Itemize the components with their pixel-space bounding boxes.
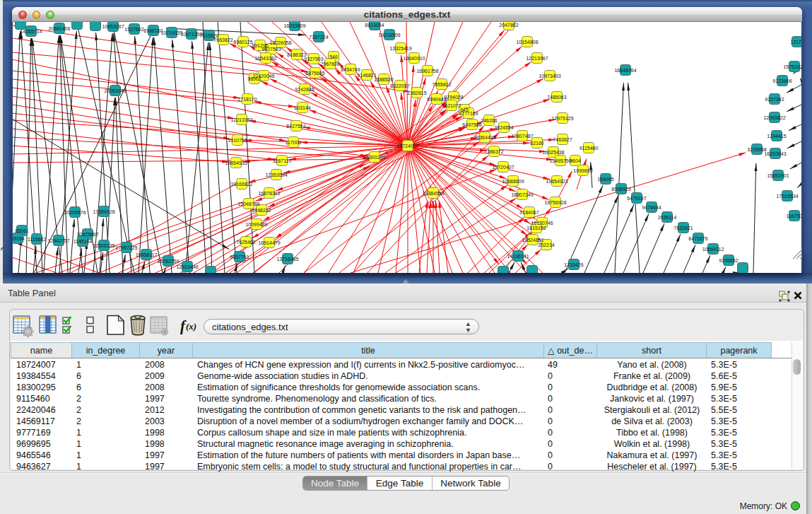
svg-text:12923446: 12923446 bbox=[176, 264, 198, 269]
svg-text:164095: 164095 bbox=[597, 177, 613, 182]
svg-text:2935114: 2935114 bbox=[658, 215, 677, 220]
svg-text:10025438: 10025438 bbox=[542, 150, 564, 155]
svg-text:803144: 803144 bbox=[294, 105, 310, 110]
svg-text:13325419: 13325419 bbox=[389, 46, 411, 51]
svg-text:116753: 116753 bbox=[787, 214, 802, 218]
svg-text:10958117: 10958117 bbox=[136, 252, 158, 257]
svg-text:9245652: 9245652 bbox=[719, 258, 738, 263]
svg-text:7386372: 7386372 bbox=[484, 149, 503, 154]
svg-text:19654923: 19654923 bbox=[546, 179, 567, 184]
svg-text:16782759: 16782759 bbox=[157, 259, 179, 264]
svg-text:2047862: 2047862 bbox=[499, 23, 518, 28]
svg-text:9227342: 9227342 bbox=[765, 97, 784, 102]
svg-text:8471676: 8471676 bbox=[688, 236, 707, 241]
svg-text:7632621: 7632621 bbox=[673, 226, 693, 230]
svg-text:10154808: 10154808 bbox=[516, 40, 538, 45]
svg-text:98961: 98961 bbox=[247, 76, 261, 81]
svg-text:16961758: 16961758 bbox=[416, 69, 438, 74]
svg-text:16543382: 16543382 bbox=[254, 56, 276, 61]
svg-text:5875685: 5875685 bbox=[305, 71, 324, 76]
svg-text:15751074: 15751074 bbox=[783, 64, 802, 69]
svg-text:10807487: 10807487 bbox=[511, 134, 533, 139]
svg-text:7485063: 7485063 bbox=[547, 95, 566, 100]
svg-text:20691406: 20691406 bbox=[48, 26, 70, 31]
svg-text:19166822: 19166822 bbox=[230, 182, 252, 187]
svg-text:13495750: 13495750 bbox=[549, 158, 571, 163]
svg-text:8454749: 8454749 bbox=[341, 67, 360, 72]
svg-text:13524851: 13524851 bbox=[522, 238, 543, 243]
svg-text:10719155: 10719155 bbox=[160, 30, 182, 35]
svg-text:1362615: 1362615 bbox=[407, 90, 426, 95]
svg-text:20053346: 20053346 bbox=[104, 88, 126, 93]
svg-text:9604: 9604 bbox=[570, 158, 581, 163]
svg-text:12213967: 12213967 bbox=[526, 56, 548, 61]
svg-text:1621072: 1621072 bbox=[442, 103, 461, 108]
svg-text:9115460: 9115460 bbox=[579, 146, 599, 151]
svg-text:9827503: 9827503 bbox=[261, 47, 281, 52]
svg-text:8322037: 8322037 bbox=[390, 83, 409, 88]
svg-text:8427552: 8427552 bbox=[286, 124, 305, 129]
svg-text:1527602: 1527602 bbox=[124, 27, 143, 32]
svg-text:10973493: 10973493 bbox=[539, 74, 560, 78]
svg-text:12093822: 12093822 bbox=[763, 115, 785, 120]
svg-text:1615152: 1615152 bbox=[526, 226, 546, 230]
svg-text:10654112: 10654112 bbox=[702, 247, 724, 252]
svg-text:9777169: 9777169 bbox=[459, 111, 478, 116]
svg-text:9857791: 9857791 bbox=[230, 255, 249, 259]
svg-text:9794028: 9794028 bbox=[444, 95, 463, 100]
svg-text:15692901: 15692901 bbox=[767, 173, 789, 178]
svg-text:10975867: 10975867 bbox=[76, 232, 98, 237]
svg-text:12505135: 12505135 bbox=[93, 243, 114, 248]
svg-text:16210643: 16210643 bbox=[764, 151, 786, 156]
svg-text:19218506: 19218506 bbox=[378, 33, 400, 37]
svg-text:2967608: 2967608 bbox=[320, 62, 339, 66]
svg-text:12172: 12172 bbox=[790, 40, 802, 45]
svg-text:6497568: 6497568 bbox=[462, 122, 481, 127]
svg-text:16648764: 16648764 bbox=[614, 68, 636, 73]
svg-text:12213383: 12213383 bbox=[230, 117, 252, 122]
svg-text:15720407: 15720407 bbox=[492, 165, 514, 170]
svg-text:12942757: 12942757 bbox=[47, 238, 69, 243]
svg-text:546: 546 bbox=[329, 54, 338, 59]
svg-text:14136141: 14136141 bbox=[507, 254, 529, 259]
svg-text:117006: 117006 bbox=[286, 140, 302, 145]
svg-text:17016534: 17016534 bbox=[776, 194, 798, 199]
svg-text:19654935: 19654935 bbox=[225, 160, 247, 165]
svg-text:7663822: 7663822 bbox=[213, 37, 233, 42]
svg-text:7625402: 7625402 bbox=[236, 240, 255, 245]
svg-text:16640910: 16640910 bbox=[403, 56, 425, 61]
svg-text:746266: 746266 bbox=[481, 118, 497, 123]
svg-text:3267110: 3267110 bbox=[273, 158, 292, 163]
svg-text:20364436: 20364436 bbox=[473, 135, 495, 140]
svg-text:9327503: 9327503 bbox=[304, 57, 323, 62]
svg-text:62160: 62160 bbox=[530, 141, 544, 146]
svg-text:7463627: 7463627 bbox=[553, 137, 572, 142]
svg-text:1115682: 1115682 bbox=[28, 237, 46, 242]
svg-text:1099695: 1099695 bbox=[573, 168, 592, 173]
svg-text:10688609: 10688609 bbox=[502, 179, 524, 184]
svg-text:9184067: 9184067 bbox=[519, 210, 539, 215]
svg-text:12353594: 12353594 bbox=[265, 173, 287, 177]
svg-text:10653267: 10653267 bbox=[102, 24, 124, 29]
svg-text:39154: 39154 bbox=[12, 236, 25, 241]
svg-text:10099489: 10099489 bbox=[245, 222, 267, 227]
svg-text:16878312: 16878312 bbox=[258, 191, 280, 196]
svg-text:17359928: 17359928 bbox=[93, 209, 114, 214]
svg-text:9123906: 9123906 bbox=[772, 78, 792, 83]
svg-text:9242848: 9242848 bbox=[295, 87, 314, 92]
svg-text:16033809: 16033809 bbox=[283, 23, 305, 28]
svg-text:1588520: 1588520 bbox=[374, 77, 393, 82]
svg-text:1244415: 1244415 bbox=[767, 134, 786, 139]
svg-text:13716485: 13716485 bbox=[276, 257, 298, 262]
svg-text:8960125: 8960125 bbox=[233, 40, 252, 45]
svg-text:13226058: 13226058 bbox=[269, 40, 291, 45]
svg-text:18807249: 18807249 bbox=[511, 192, 533, 197]
svg-text:19756928: 19756928 bbox=[544, 200, 566, 205]
svg-text:2718170: 2718170 bbox=[237, 97, 257, 102]
svg-text:17957225: 17957225 bbox=[115, 245, 137, 250]
svg-text:252214: 252214 bbox=[538, 243, 554, 247]
svg-text:14055714: 14055714 bbox=[20, 29, 42, 34]
svg-text:7357224: 7357224 bbox=[309, 35, 328, 40]
svg-text:19384554: 19384554 bbox=[422, 191, 444, 196]
svg-text:6479197: 6479197 bbox=[627, 196, 646, 201]
